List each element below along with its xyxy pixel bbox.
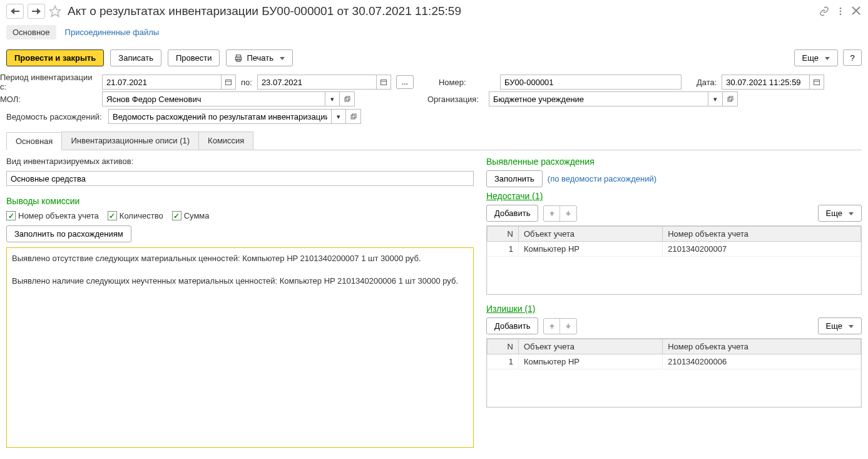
caret-down-icon — [846, 321, 854, 331]
move-up-icon[interactable] — [544, 319, 560, 334]
by-disc-link[interactable]: (по ведомости расхождений) — [548, 174, 656, 183]
open-ref-icon[interactable] — [346, 109, 361, 124]
shortages-more-button[interactable]: Еще — [818, 205, 862, 222]
caret-down-icon — [846, 209, 854, 218]
svg-rect-20 — [352, 114, 356, 118]
period-picker-button[interactable]: ... — [396, 75, 414, 89]
open-ref-icon[interactable] — [723, 91, 738, 106]
surplus-table: N Объект учета Номер объекта учета 1 Ком… — [487, 339, 861, 407]
col-object-number: Номер объекта учета — [663, 339, 861, 354]
tab-main[interactable]: Основная — [6, 132, 62, 150]
col-object-number: Номер объекта учета — [663, 227, 861, 242]
caret-down-icon — [277, 53, 285, 63]
check-object-number[interactable]: ✓Номер объекта учета — [6, 211, 99, 220]
dropdown-icon[interactable]: ▾ — [331, 109, 346, 124]
caret-down-icon — [822, 53, 830, 63]
add-shortage-button[interactable]: Добавить — [486, 205, 538, 222]
move-down-icon[interactable] — [560, 206, 576, 221]
tab-inventory-lists[interactable]: Инвентаризационные описи (1) — [61, 132, 199, 150]
move-up-icon[interactable] — [544, 206, 560, 221]
org-input[interactable] — [489, 91, 708, 106]
date-input[interactable] — [722, 75, 809, 90]
calendar-icon[interactable] — [221, 75, 236, 90]
col-object: Объект учета — [519, 227, 663, 242]
conclusions-textarea[interactable]: Выявлено отсутствие следующих материальн… — [6, 247, 474, 448]
col-object: Объект учета — [519, 339, 663, 354]
asset-type-input[interactable] — [6, 171, 474, 186]
col-n: N — [488, 227, 519, 242]
shortages-link[interactable]: Недостачи (1) — [486, 191, 862, 201]
date-to-input[interactable] — [257, 75, 376, 90]
svg-point-2 — [840, 11, 842, 13]
print-button[interactable]: Печать — [226, 49, 293, 66]
mol-label: МОЛ: — [0, 95, 97, 104]
svg-rect-18 — [729, 96, 733, 100]
dropdown-icon[interactable]: ▾ — [708, 91, 723, 106]
svg-rect-9 — [226, 80, 232, 85]
mol-input[interactable] — [102, 91, 325, 106]
surplus-more-button[interactable]: Еще — [818, 317, 862, 334]
check-quantity[interactable]: ✓Количество — [108, 211, 163, 220]
close-icon[interactable] — [852, 6, 862, 16]
dropdown-icon[interactable]: ▾ — [325, 91, 340, 106]
check-sum[interactable]: ✓Сумма — [172, 211, 210, 220]
table-row[interactable]: 1 Компьютер HP 2101340200006 — [488, 354, 861, 369]
calendar-icon[interactable] — [376, 75, 391, 90]
add-surplus-button[interactable]: Добавить — [486, 317, 538, 334]
number-label: Номер: — [439, 78, 495, 87]
calendar-icon[interactable] — [809, 75, 824, 90]
surplus-link[interactable]: Излишки (1) — [486, 304, 862, 314]
more-vertical-icon[interactable] — [835, 6, 845, 16]
help-button[interactable]: ? — [843, 49, 862, 66]
asset-type-label: Вид инвентаризируемых активов: — [6, 157, 474, 166]
to-label: по: — [241, 78, 252, 87]
org-label: Организация: — [427, 95, 484, 104]
date-from-input[interactable] — [102, 75, 221, 90]
favorite-star-icon[interactable] — [49, 5, 61, 18]
page-title: Акт о результатах инвентаризации БУ00-00… — [68, 4, 815, 18]
conclusions-title: Выводы комиссии — [6, 196, 474, 206]
svg-rect-15 — [345, 98, 349, 101]
post-button[interactable]: Провести — [168, 49, 220, 66]
back-button[interactable] — [6, 4, 24, 19]
discrepancies-title: Выявленные расхождения — [486, 157, 862, 167]
period-label: Период инвентаризации с: — [0, 73, 97, 91]
number-input[interactable] — [500, 75, 682, 90]
toplink-attached[interactable]: Присоединенные файлы — [65, 28, 160, 37]
svg-rect-19 — [351, 115, 355, 119]
save-button[interactable]: Записать — [110, 49, 161, 66]
disc-input[interactable] — [108, 109, 331, 124]
more-button[interactable]: Еще — [794, 49, 838, 66]
disc-label: Ведомость расхождений: — [6, 112, 103, 121]
table-row[interactable]: 1 Компьютер HP 2101340200007 — [488, 242, 861, 257]
link-icon[interactable] — [819, 6, 829, 16]
post-close-button[interactable]: Провести и закрыть — [6, 49, 104, 66]
col-n: N — [488, 339, 519, 354]
tab-commission[interactable]: Комиссия — [198, 132, 253, 150]
printer-icon — [234, 54, 243, 63]
svg-rect-13 — [814, 80, 820, 85]
fill-button[interactable]: Заполнить — [486, 170, 543, 187]
svg-rect-16 — [346, 96, 350, 100]
shortages-table: N Объект учета Номер объекта учета 1 Ком… — [487, 226, 861, 294]
arrow-left-icon — [11, 8, 19, 14]
svg-rect-17 — [728, 98, 732, 101]
toplink-main[interactable]: Основное — [6, 25, 56, 39]
date-label: Дата: — [697, 78, 717, 87]
open-ref-icon[interactable] — [340, 91, 355, 106]
fill-by-disc-button[interactable]: Заполнить по расхождениям — [6, 225, 131, 242]
svg-rect-11 — [380, 80, 386, 85]
arrow-right-icon — [32, 8, 41, 14]
svg-point-1 — [840, 8, 842, 9]
move-down-icon[interactable] — [560, 319, 576, 334]
svg-point-3 — [840, 13, 842, 15]
forward-button[interactable] — [28, 4, 45, 19]
svg-marker-0 — [50, 6, 61, 17]
